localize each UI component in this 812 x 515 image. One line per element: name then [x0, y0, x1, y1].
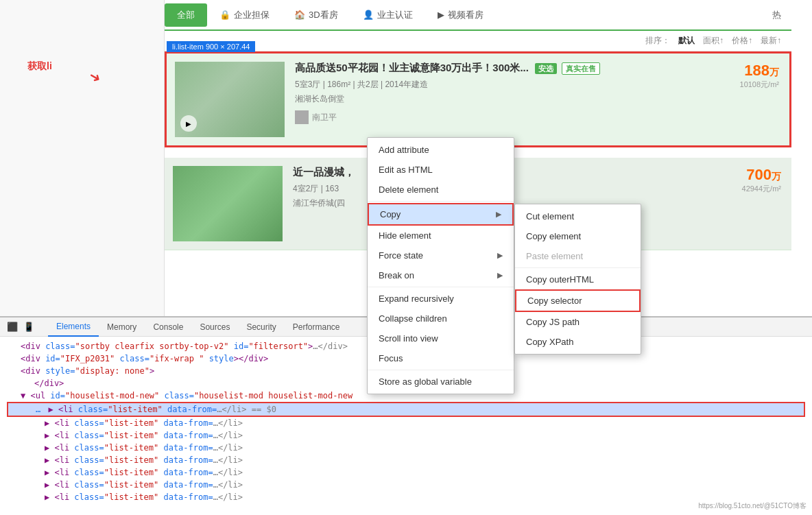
- ctx-edit-html[interactable]: Edit as HTML: [368, 160, 514, 180]
- guarantee-icon: 🔒: [219, 10, 230, 20]
- listing-1-image: ▶: [175, 62, 285, 137]
- sub-copy-js-path[interactable]: Copy JS path: [515, 312, 641, 332]
- tab-3d-label: 3D看房: [309, 9, 338, 21]
- code-line-highlighted[interactable]: … ▶ <li class="list-item" data-from=…</l…: [7, 402, 805, 417]
- devtools-icons-group: ⬛ 📱: [3, 322, 38, 332]
- line-marker: …: [36, 405, 40, 414]
- tab-elements[interactable]: Elements: [48, 318, 99, 337]
- listing-1-details: 5室3厅 | 186m² | 共2层 | 2014年建造: [295, 79, 781, 91]
- element-tag: li.list-item 900 × 207.44: [167, 41, 255, 52]
- tab-performance[interactable]: Performance: [285, 318, 348, 337]
- tab-guarantee-label: 企业担保: [234, 9, 270, 21]
- tab-console[interactable]: Console: [145, 318, 191, 337]
- sub-copy-selector[interactable]: Copy selector: [515, 289, 641, 312]
- listing-1-price-area: 188万 10108元/m²: [740, 62, 779, 90]
- tab-owner-label: 业主认证: [377, 9, 413, 21]
- ctx-store-global[interactable]: Store as global variable: [368, 372, 514, 392]
- ctx-force-state[interactable]: Force state ▶: [368, 245, 514, 265]
- copy-arrow: ▶: [496, 210, 501, 219]
- tab-security[interactable]: Security: [238, 318, 284, 337]
- code-line-li-3: ▶ <li class="list-item" data-from=…</li>: [7, 429, 805, 442]
- code-line-li-5: ▶ <li class="list-item" data-from=…</li>: [7, 454, 805, 466]
- tab-all[interactable]: 全部: [165, 3, 207, 27]
- code-line-li-7: ▶ <li class="list-item" data-from=…</li>: [7, 479, 805, 491]
- break-on-arrow: ▶: [497, 271, 503, 280]
- ctx-add-attribute[interactable]: Add attribute: [368, 140, 514, 160]
- watermark: https://blog.51cto.net/@51CTO博客: [698, 501, 807, 511]
- code-line-li-6: ▶ <li class="list-item" data-from=…</li>: [7, 466, 805, 479]
- badge-selected: 安选: [535, 63, 557, 74]
- listing-2-image: [173, 166, 283, 241]
- ctx-focus[interactable]: Focus: [368, 348, 514, 368]
- video-icon: ▶: [438, 10, 444, 20]
- listing-2-price-sub: 42944元/m²: [742, 184, 781, 194]
- sort-default[interactable]: 默认: [678, 35, 695, 47]
- code-line-li-2: ▶ <li class="list-item" data-from=…</li>: [7, 417, 805, 429]
- ctx-collapse-children[interactable]: Collapse children: [368, 309, 514, 328]
- play-button-1[interactable]: ▶: [180, 115, 197, 132]
- sub-cut-element[interactable]: Cut element: [515, 206, 641, 226]
- agent-name-1: 南卫平: [312, 112, 337, 123]
- sub-copy-element[interactable]: Copy element: [515, 226, 641, 246]
- ctx-expand-recursively[interactable]: Expand recursively: [368, 289, 514, 309]
- badge-selling: 真实在售: [562, 62, 600, 75]
- copy-submenu: Cut element Copy element Paste element C…: [514, 204, 641, 355]
- tab-3d[interactable]: 🏠 3D看房: [282, 3, 350, 27]
- sort-latest[interactable]: 最新↑: [761, 35, 781, 47]
- agent-avatar-1: [295, 110, 309, 124]
- tab-sources[interactable]: Sources: [191, 318, 238, 337]
- listing-1-location: 湘湖长岛倒堂: [295, 93, 781, 105]
- listing-1-price: 188万: [740, 62, 779, 80]
- tab-video-label: 视频看房: [448, 9, 483, 21]
- tab-owner[interactable]: 👤 业主认证: [350, 3, 425, 27]
- sub-paste-element: Paste element: [515, 246, 641, 266]
- owner-icon: 👤: [363, 10, 374, 20]
- context-menu: Add attribute Edit as HTML Delete elemen…: [367, 137, 514, 394]
- listing-1-info: 高品质送50平花园！业主诚意降30万出手！300米... 安选 真实在售 5室3…: [295, 62, 781, 137]
- inspect-icon[interactable]: ⬛: [7, 322, 18, 332]
- listing-2-price-area: 700万 42944元/m²: [742, 166, 781, 194]
- listing-2-price: 700万: [742, 166, 781, 184]
- ctx-hide-element[interactable]: Hide element: [368, 226, 514, 245]
- code-line-li-4: ▶ <li class="list-item" data-from=…</li>: [7, 442, 805, 454]
- ctx-delete-element[interactable]: Delete element: [368, 180, 514, 200]
- tab-memory[interactable]: Memory: [99, 318, 145, 337]
- 3d-icon: 🏠: [294, 10, 305, 20]
- sub-copy-outerhtml[interactable]: Copy outerHTML: [515, 270, 641, 289]
- sort-area[interactable]: 面积↑: [703, 35, 724, 47]
- ctx-break-on[interactable]: Break on ▶: [368, 265, 514, 285]
- code-line-li-8: ▶ <li class="list-item" data-from=…</li>: [7, 491, 805, 503]
- get-li-label: 获取li: [27, 60, 52, 73]
- ctx-copy[interactable]: Copy ▶: [368, 203, 514, 226]
- listing-1-price-sub: 10108元/m²: [740, 80, 779, 90]
- tab-video[interactable]: ▶ 视频看房: [425, 3, 496, 27]
- tab-all-label: 全部: [177, 9, 195, 21]
- tab-guarantee[interactable]: 🔒 企业担保: [207, 3, 282, 27]
- sort-label: 排序：: [645, 35, 670, 47]
- sub-copy-xpath[interactable]: Copy XPath: [515, 332, 641, 352]
- device-icon[interactable]: 📱: [23, 322, 34, 332]
- ctx-scroll-into-view[interactable]: Scroll into view: [368, 328, 514, 348]
- force-state-arrow: ▶: [497, 251, 503, 260]
- listing-1-agent: 南卫平: [295, 110, 781, 124]
- listing-item-1: li.list-item 900 × 207.44 ▶ 高品质送50平花园！业主…: [165, 51, 791, 147]
- listing-1-title: 高品质送50平花园！业主诚意降30万出手！300米... 安选 真实在售: [295, 62, 781, 75]
- sort-price[interactable]: 价格↑: [732, 35, 752, 47]
